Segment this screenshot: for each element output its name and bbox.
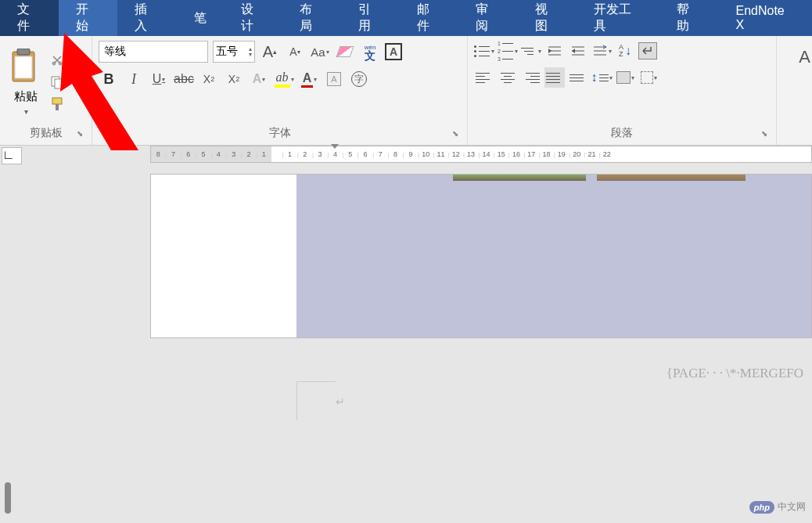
align-right-button[interactable] — [521, 67, 541, 88]
clipboard-dialog-launcher[interactable]: ⬊ — [74, 129, 85, 140]
align-center-button[interactable] — [498, 67, 518, 88]
menu-home[interactable]: 开始 — [59, 0, 117, 36]
ribbon: 粘贴 ▾ 剪贴板 ⬊ — [0, 36, 812, 146]
char-shading-button[interactable]: A — [324, 69, 344, 89]
bullets-button[interactable]: ▾ — [474, 41, 494, 61]
vertical-scrollbar-thumb[interactable] — [5, 482, 11, 514]
next-page-corner — [296, 381, 336, 420]
paste-button[interactable]: 粘贴 ▾ — [6, 45, 45, 119]
menu-mail[interactable]: 邮件 — [400, 0, 458, 36]
svg-rect-9 — [56, 104, 59, 110]
paste-dropdown-arrow[interactable]: ▾ — [24, 107, 28, 116]
phonetic-guide-button[interactable]: wén文 — [360, 41, 380, 62]
superscript-button[interactable]: X2 — [224, 69, 244, 89]
align-left-button[interactable] — [474, 67, 494, 88]
watermark: php 中文网 — [749, 500, 806, 514]
svg-rect-8 — [52, 98, 62, 104]
clipboard-group-label: 剪贴板 ⬊ — [6, 123, 85, 143]
ribbon-group-paragraph: ▾ 123▾ ▾ ▾ AZ↓ ↕▾ ▾ ▾ 段落 ⬊ — [468, 36, 777, 145]
svg-rect-3 — [15, 56, 32, 78]
menu-review[interactable]: 审阅 — [458, 0, 517, 36]
menu-references[interactable]: 引用 — [341, 0, 400, 36]
shading-button[interactable]: ▾ — [615, 67, 635, 88]
ruler-area: ∟ 87654321 12345678910111213141516171819… — [0, 146, 812, 168]
enclose-char-button[interactable]: 字 — [349, 69, 369, 89]
menu-layout[interactable]: 布局 — [282, 0, 341, 36]
shrink-font-button[interactable]: A▾ — [285, 41, 305, 62]
page-field-code[interactable]: {PAGE· · · \*·MERGEFO — [666, 366, 803, 381]
show-hide-button[interactable] — [638, 42, 657, 60]
menu-view[interactable]: 视图 — [518, 0, 577, 36]
menu-file[interactable]: 文件 — [0, 0, 59, 36]
subscript-button[interactable]: X2 — [199, 69, 219, 89]
multilevel-icon — [521, 43, 537, 59]
text-direction-button[interactable]: ▾ — [591, 41, 612, 61]
format-painter-button[interactable] — [49, 96, 66, 113]
decrease-indent-button[interactable] — [544, 41, 565, 61]
phonetic-icon: wén文 — [365, 44, 376, 60]
strikethrough-button[interactable]: abc — [174, 69, 194, 89]
horizontal-ruler[interactable]: 87654321 1234567891011121314151617181920… — [150, 146, 812, 163]
align-justify-button[interactable] — [544, 67, 565, 88]
eraser-icon — [336, 46, 354, 57]
numbering-button[interactable]: 123▾ — [498, 41, 518, 61]
clipboard-icon — [9, 49, 42, 86]
paragraph-mark: ↵ — [336, 395, 345, 408]
styles-button[interactable]: A — [799, 47, 810, 67]
paragraph-group-label: 段落 ⬊ — [474, 123, 770, 143]
change-case-button[interactable]: Aa▾ — [310, 41, 330, 62]
image-strip-2 — [597, 175, 746, 181]
bullets-icon — [474, 43, 490, 59]
paste-label: 粘贴 — [14, 89, 38, 104]
clear-formatting-button[interactable] — [335, 41, 355, 62]
distributed-button[interactable] — [568, 67, 588, 88]
font-name-select[interactable] — [99, 41, 208, 63]
menu-help[interactable]: 帮助 — [659, 0, 718, 36]
content-block — [296, 175, 811, 337]
grow-font-button[interactable]: A▴ — [260, 41, 280, 62]
bold-button[interactable]: B — [99, 69, 119, 89]
menu-insert[interactable]: 插入 — [117, 0, 176, 36]
font-color-button[interactable]: A▾ — [299, 69, 319, 89]
document-area: {PAGE· · · \*·MERGEFO ↵ php 中文网 — [0, 168, 812, 523]
menu-pen[interactable]: 笔 — [177, 0, 224, 36]
font-size-select[interactable]: 五号 ▴▾ — [213, 41, 255, 63]
svg-rect-2 — [17, 49, 30, 55]
borders-button[interactable]: ▾ — [638, 67, 659, 88]
character-border-button[interactable]: A — [385, 43, 402, 60]
svg-rect-7 — [55, 79, 63, 88]
borders-icon — [641, 71, 653, 84]
menu-design[interactable]: 设计 — [224, 0, 282, 36]
tab-selector[interactable]: ∟ — [2, 147, 22, 164]
copy-button[interactable] — [49, 74, 66, 91]
indent-marker[interactable] — [331, 144, 339, 149]
increase-indent-button[interactable] — [568, 41, 588, 61]
sort-icon: AZ↓ — [619, 44, 631, 58]
image-strip-1 — [453, 175, 586, 181]
ribbon-group-font: 五号 ▴▾ A▴ A▾ Aa▾ wén文 A B I U▾ abc X2 X2 … — [92, 36, 468, 145]
line-spacing-button[interactable]: ↕▾ — [591, 67, 612, 88]
document-page[interactable]: {PAGE· · · \*·MERGEFO ↵ — [150, 174, 812, 338]
text-effects-button[interactable]: A▾ — [249, 69, 269, 89]
numbering-icon: 123 — [498, 43, 514, 59]
font-group-label: 字体 ⬊ — [99, 123, 461, 143]
menu-endnote[interactable]: EndNote X — [718, 0, 811, 36]
ribbon-group-clipboard: 粘贴 ▾ 剪贴板 ⬊ — [0, 36, 92, 145]
watermark-text: 中文网 — [778, 500, 806, 514]
highlight-button[interactable]: ab▾ — [274, 69, 294, 89]
paragraph-dialog-launcher[interactable]: ⬊ — [759, 129, 770, 140]
multilevel-button[interactable]: ▾ — [521, 41, 541, 61]
shading-icon — [616, 71, 631, 84]
font-dialog-launcher[interactable]: ⬊ — [450, 129, 461, 140]
php-badge: php — [749, 501, 774, 514]
menu-bar: 文件 开始 插入 笔 设计 布局 引用 邮件 审阅 视图 开发工具 帮助 End… — [0, 0, 812, 36]
cut-button[interactable] — [49, 52, 66, 69]
underline-button[interactable]: U▾ — [149, 69, 169, 89]
sort-button[interactable]: AZ↓ — [615, 41, 635, 61]
italic-button[interactable]: I — [124, 69, 144, 89]
menu-developer[interactable]: 开发工具 — [577, 0, 659, 36]
